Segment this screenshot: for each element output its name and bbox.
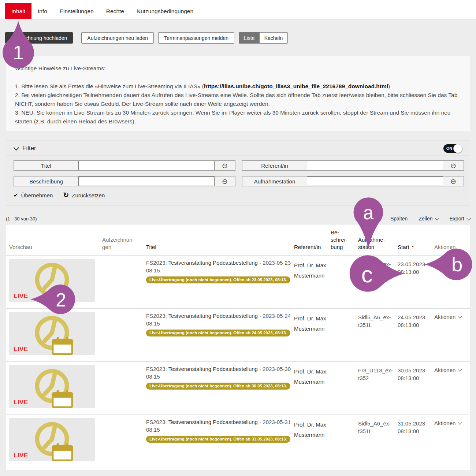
titel-filter-input[interactable]: [78, 161, 215, 170]
chevron-down-icon: [458, 314, 462, 318]
rows-dropdown[interactable]: Zeilen: [419, 216, 438, 222]
reset-filter-button[interactable]: ↻Zurücksetzen: [63, 192, 105, 198]
header-referent[interactable]: Referent/in: [294, 224, 331, 255]
start-cell: 31.05.2023 08:13:00: [398, 414, 434, 468]
title-separator: ·: [259, 419, 261, 425]
remove-filter-icon: ⊖: [450, 161, 456, 170]
notice-line-1-close: ): [388, 83, 390, 89]
live-label: LIVE: [14, 346, 28, 353]
filter-title[interactable]: Filter: [22, 145, 36, 152]
live-status-badge: Live-Übertragung (noch nicht begonnen). …: [146, 383, 290, 390]
filter-group-beschreibung: Beschreibung ⊖: [14, 176, 235, 186]
beschreibung-filter-input[interactable]: [78, 176, 215, 186]
hint-download-link[interactable]: https://ilias.unibe.ch/goto_ilias3_unibe…: [204, 83, 388, 89]
recording-title-link[interactable]: Testveranstaltung Podcastbestellung: [168, 260, 258, 266]
actions-label: Aktionen: [434, 420, 455, 426]
station-cell: Fr3_U113_ex- t352: [358, 361, 398, 414]
notice-title: Wichtige Hinweise zu Live-Streams:: [15, 64, 461, 73]
reload-recordings-button[interactable]: Aufzeichnungen neu laden: [81, 32, 154, 44]
filter-toggle[interactable]: ON: [443, 144, 462, 153]
apply-filter-button[interactable]: ✔Übernehmen: [14, 192, 53, 198]
header-start[interactable]: Start↑: [398, 224, 434, 255]
station-cell: Sidl5_A6_ex- t351L: [358, 255, 398, 308]
upload-recording-button[interactable]: Aufzeichnung hochladen: [5, 32, 73, 44]
columns-label: Spalten: [390, 216, 408, 222]
preview-thumbnail[interactable]: LIVE: [9, 418, 95, 461]
recordings-table: Vorschau Aufzeichnun- gen Titel Referent…: [6, 224, 470, 471]
reset-filter-label: Zurücksetzen: [72, 192, 105, 198]
check-icon: ✔: [14, 192, 18, 198]
recording-title-link[interactable]: Testveranstaltung Podcastbestellung: [168, 366, 258, 372]
live-label: LIVE: [14, 452, 28, 459]
referent-cell: Prof. Dr. Max Mustermann: [294, 308, 331, 361]
recording-title-link[interactable]: Testveranstaltung Podcastbestellung: [168, 313, 258, 319]
actions-label: Aktionen: [434, 367, 455, 373]
report-schedule-change-button[interactable]: Terminanpassungen melden: [158, 32, 234, 44]
title-prefix: FS2023:: [146, 366, 167, 372]
remove-beschreibung-filter-button[interactable]: ⊖: [215, 176, 235, 186]
toolbar: Aufzeichnung hochladen Aufzeichnungen ne…: [5, 32, 288, 44]
preview-thumbnail[interactable]: LIVE: [9, 259, 95, 302]
tab-inhalt[interactable]: Inhalt: [5, 3, 31, 19]
station-cell: Sidl5_A6_ex- t351L: [358, 414, 398, 468]
clock-calendar-icon: [31, 419, 73, 461]
view-liste-button[interactable]: Liste: [239, 33, 260, 43]
recording-title-link[interactable]: Testveranstaltung Podcastbestellung: [168, 419, 258, 425]
chevron-down-icon: [466, 216, 471, 220]
remove-filter-icon: ⊖: [222, 177, 228, 186]
tab-rechte[interactable]: Rechte: [100, 3, 130, 19]
live-label: LIVE: [14, 293, 28, 300]
view-mode-toggle: Liste Kacheln: [239, 32, 288, 44]
live-status-badge: Live-Übertragung (noch nicht begonnen). …: [146, 330, 290, 336]
station-cell: Sidl5_A6_ex- t351L: [358, 308, 398, 361]
list-control-bar: (1 - 30 von 30) Spalten Zeilen Export: [6, 216, 470, 222]
header-aktionen: Aktionen: [434, 224, 470, 255]
chevron-down-icon: [458, 367, 462, 371]
remove-filter-icon: ⊖: [450, 177, 456, 186]
actions-label: Aktionen: [434, 261, 455, 267]
remove-filter-icon: ⊖: [222, 161, 228, 170]
remove-referent-filter-button[interactable]: ⊖: [443, 161, 464, 170]
title-prefix: FS2023:: [146, 313, 167, 319]
table-row: LIVE FS2023: Testveranstaltung Podcastbe…: [6, 308, 470, 361]
table-row: LIVE FS2023: Testveranstaltung Podcastbe…: [6, 414, 470, 468]
row-actions-dropdown[interactable]: Aktionen: [434, 367, 461, 373]
start-cell: 23.05.2023 08:13:00: [398, 255, 434, 308]
title-separator: ·: [259, 366, 261, 372]
title-prefix: FS2023:: [146, 419, 167, 425]
table-row: LIVE FS2023: Testveranstaltung Podcastbe…: [6, 255, 470, 308]
row-actions-dropdown[interactable]: Aktionen: [434, 420, 461, 426]
row-actions-dropdown[interactable]: Aktionen: [434, 314, 461, 320]
tab-info[interactable]: Info: [31, 3, 53, 19]
rows-label: Zeilen: [419, 216, 432, 222]
aufnahmestation-filter-input[interactable]: [307, 176, 443, 186]
title-separator: ·: [259, 260, 261, 266]
live-label: LIVE: [14, 399, 28, 406]
header-start-label: Start: [398, 244, 409, 250]
row-actions-dropdown[interactable]: Aktionen: [434, 261, 461, 267]
preview-thumbnail[interactable]: LIVE: [9, 312, 95, 355]
preview-thumbnail[interactable]: LIVE: [9, 365, 95, 408]
header-beschreibung[interactable]: Be- schrei- bung: [331, 224, 358, 255]
filter-toggle-label: ON: [446, 146, 452, 150]
live-status-badge: Live-Übertragung (noch nicht begonnen). …: [146, 276, 290, 283]
view-kacheln-button[interactable]: Kacheln: [260, 33, 288, 43]
export-dropdown[interactable]: Export: [450, 216, 470, 222]
referent-filter-input[interactable]: [307, 161, 443, 170]
table-row: LIVE FS2023: Testveranstaltung Podcastbe…: [6, 361, 470, 414]
ilias-content-page: Inhalt Info Einstellungen Rechte Nutzung…: [0, 0, 476, 476]
referent-filter-label: Referent/in: [242, 161, 307, 170]
tab-nutzungsbedingungen[interactable]: Nutzungsbedingungen: [130, 3, 200, 19]
remove-aufnahmestation-filter-button[interactable]: ⊖: [443, 176, 464, 186]
chevron-down-icon: [14, 145, 19, 151]
header-aufnahmestation[interactable]: Aufnahme- station: [358, 224, 398, 255]
header-titel[interactable]: Titel: [146, 224, 294, 255]
start-cell: 24.05.2023 08:13:00: [398, 308, 434, 361]
filter-group-referent: Referent/in ⊖: [242, 160, 464, 171]
title-separator: ·: [259, 313, 261, 319]
columns-dropdown[interactable]: Spalten: [390, 216, 408, 222]
chevron-down-icon: [435, 216, 439, 220]
remove-titel-filter-button[interactable]: ⊖: [215, 161, 235, 170]
tab-einstellungen[interactable]: Einstellungen: [53, 3, 100, 19]
chevron-down-icon: [458, 261, 462, 265]
